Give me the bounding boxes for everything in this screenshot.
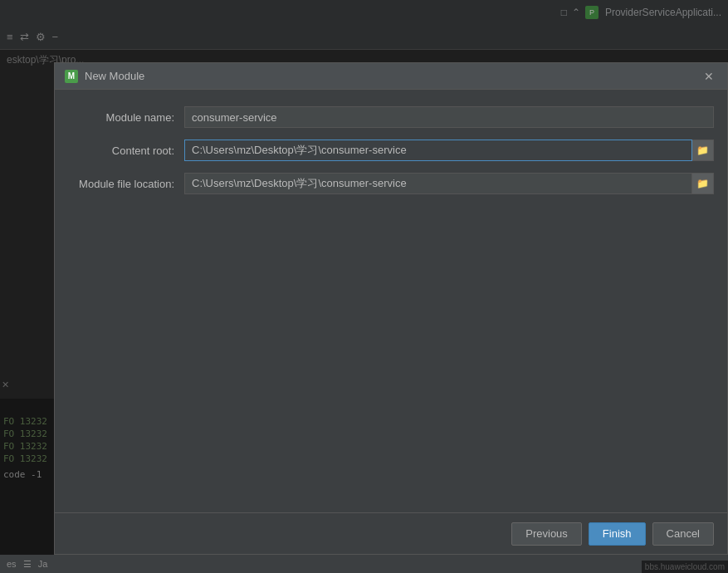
bottom-bar: es ☰ Ja xyxy=(0,555,728,573)
module-name-input[interactable] xyxy=(184,106,714,128)
new-module-dialog: M New Module ✕ Module name: Content root… xyxy=(54,62,728,555)
bottom-tab-1[interactable]: es xyxy=(7,559,17,569)
content-root-label: Content root: xyxy=(68,144,184,157)
tab-icon: ☰ xyxy=(23,559,32,570)
module-file-location-row: Module file location: 📁 xyxy=(68,173,714,194)
module-file-location-browse-button[interactable]: 📁 xyxy=(692,173,714,194)
finish-button[interactable]: Finish xyxy=(589,522,646,546)
folder-icon: 📁 xyxy=(696,144,709,156)
content-root-browse-button[interactable]: 📁 xyxy=(692,140,714,161)
watermark: bbs.huaweicloud.com xyxy=(642,561,728,573)
module-file-location-input[interactable] xyxy=(184,173,692,194)
module-file-location-label: Module file location: xyxy=(68,178,184,190)
dialog-content: Module name: Content root: 📁 Module file… xyxy=(55,90,727,512)
dialog-icon: M xyxy=(65,70,78,83)
folder-icon-2: 📁 xyxy=(696,178,709,189)
content-root-input[interactable] xyxy=(184,140,692,161)
module-name-row: Module name: xyxy=(68,106,714,128)
cancel-button[interactable]: Cancel xyxy=(652,522,714,546)
dialog-footer: Previous Finish Cancel xyxy=(55,512,727,554)
bottom-tab-2[interactable]: Ja xyxy=(38,559,48,569)
close-button[interactable]: ✕ xyxy=(701,68,717,85)
dialog-title: New Module xyxy=(85,70,701,82)
module-file-location-input-wrapper: 📁 xyxy=(184,173,714,194)
module-name-input-wrapper xyxy=(184,106,714,128)
content-root-input-wrapper: 📁 xyxy=(184,140,714,161)
dialog-titlebar: M New Module ✕ xyxy=(55,63,727,90)
module-name-label: Module name: xyxy=(68,111,184,124)
previous-button[interactable]: Previous xyxy=(511,522,582,546)
content-root-row: Content root: 📁 xyxy=(68,140,714,161)
